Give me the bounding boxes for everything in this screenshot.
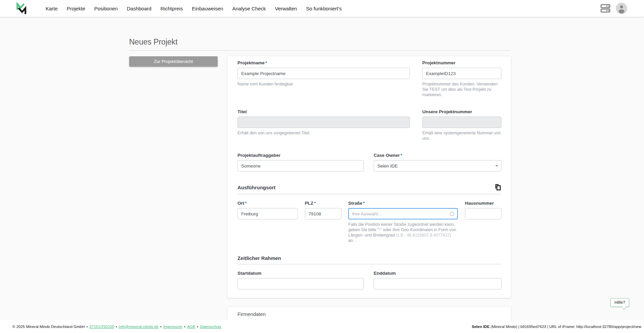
nav-item-analyse-check[interactable]: Analyse Check (232, 6, 266, 11)
required-asterisk: * (363, 201, 365, 206)
ort-label: Ort (237, 201, 244, 206)
required-asterisk: * (314, 201, 316, 206)
project-overview-button[interactable]: Zur Projektübersicht (129, 56, 218, 67)
mineral-minds-logo-icon (15, 2, 27, 15)
projektname-input[interactable] (237, 68, 410, 79)
chevron-down-icon (495, 165, 498, 167)
titel-input (237, 117, 410, 128)
section-ausfuehrungsort: Ausführungsort (237, 184, 501, 191)
startdatum-label: Startdatum (237, 271, 364, 275)
titel-helper: Erhält den von uns vorgegebenen Titel. (237, 130, 410, 136)
nav-item-einbauweisen[interactable]: Einbauweisen (192, 6, 223, 11)
unsere-projektnummer-input (422, 117, 501, 128)
enddatum-label: Enddatum (374, 271, 501, 275)
strasse-helper: Falls die Position keiner Straße zugeord… (348, 222, 458, 243)
startdatum-input[interactable] (237, 278, 364, 289)
top-nav: Karte Projekte Positionen Dashboard Rich… (0, 0, 644, 17)
footer-right: Selen IDE (Mineral Minds) | b91695ed7623… (472, 325, 641, 329)
nav-right-icons (600, 3, 644, 14)
field-case-owner: Case Owner* Selen IDE (374, 153, 501, 172)
strasse-input[interactable] (352, 211, 450, 216)
case-owner-select[interactable]: Selen IDE (374, 160, 501, 172)
footer-email-link[interactable]: info@mineral-minds.de (119, 325, 158, 329)
form-column: Projektname* Name vom Kunden festlegbar … (227, 56, 511, 320)
project-form-card: Projektname* Name vom Kunden festlegbar … (227, 56, 511, 298)
nav-item-karte[interactable]: Karte (46, 6, 58, 11)
projektauftraggeber-label: Projektauftraggeber (237, 153, 364, 157)
strasse-autocomplete (348, 208, 458, 219)
firmendaten-card: Firmendaten (227, 307, 511, 320)
footer-impressum-link[interactable]: Impressum (163, 325, 182, 329)
field-plz: PLZ* (305, 201, 341, 243)
zeitlicher-rahmen-title: Zeitlicher Rahmen (237, 255, 281, 261)
plz-input[interactable] (305, 208, 341, 219)
field-unsere-projektnummer: Unsere Projektnummer Erhält eine systemg… (422, 110, 501, 141)
nav-item-dashboard[interactable]: Dashboard (127, 6, 151, 11)
server-stack-icon[interactable] (600, 4, 610, 13)
section-zeitlicher-rahmen: Zeitlicher Rahmen (237, 255, 501, 261)
hausnummer-input[interactable] (465, 208, 501, 219)
projektname-label: Projektname (237, 60, 265, 65)
required-asterisk: * (265, 60, 267, 65)
enddatum-input[interactable] (374, 278, 501, 289)
field-titel: Titel Erhält den von uns vorgegebenen Ti… (237, 110, 410, 141)
nav-item-projekte[interactable]: Projekte (67, 6, 85, 11)
field-projektnummer: Projektnummer Projektnummer des Kunden. … (422, 61, 501, 97)
required-asterisk: * (245, 201, 247, 206)
projektnummer-helper: Projektnummer des Kunden. Verwenden Sie … (422, 81, 501, 97)
footer-agb-link[interactable]: AGB (187, 325, 195, 329)
required-asterisk: * (400, 153, 402, 158)
main-nav: Karte Projekte Positionen Dashboard Rich… (46, 6, 342, 11)
main-content: Neues Projekt Zur Projektübersicht Proje… (0, 17, 644, 320)
loading-spinner-icon (450, 212, 454, 216)
unsere-projektnummer-label: Unsere Projektnummer (422, 110, 501, 114)
hausnummer-label: Hausnummer (465, 201, 501, 205)
case-owner-value: Selen IDE (377, 163, 398, 169)
page-header: Neues Projekt (129, 17, 511, 51)
section-divider (237, 194, 501, 194)
section-divider (237, 264, 501, 264)
projektname-helper: Name vom Kunden festlegbar (237, 81, 410, 87)
user-avatar-icon[interactable] (616, 3, 627, 14)
firmendaten-title: Firmendaten (237, 311, 501, 317)
field-strasse: Straße* Falls die Position keiner Straße… (348, 201, 458, 243)
field-startdatum: Startdatum (237, 271, 364, 289)
case-owner-label: Case Owner (374, 153, 400, 158)
plz-label: PLZ (305, 201, 314, 206)
footer: © 2025 Mineral Minds Deutschland GmbH • … (0, 320, 644, 333)
footer-phone-link[interactable]: 07151/250100 (90, 325, 114, 329)
ort-input[interactable] (237, 208, 298, 219)
strasse-label: Straße (348, 201, 362, 206)
session-user: Selen IDE (472, 325, 490, 329)
nav-item-so-funktionierts[interactable]: So funktioniert's (306, 6, 341, 11)
projektauftraggeber-input[interactable] (237, 160, 364, 172)
projektnummer-input[interactable] (422, 68, 501, 79)
unsere-projektnummer-helper: Erhält eine systemgenerierte Nummer von … (422, 130, 501, 141)
nav-item-richtpreis[interactable]: Richtpreis (160, 6, 183, 11)
field-projektname: Projektname* Name vom Kunden festlegbar (237, 61, 410, 97)
left-column: Zur Projektübersicht (129, 56, 218, 67)
titel-label: Titel (237, 110, 410, 114)
field-enddatum: Enddatum (374, 271, 501, 289)
field-ort: Ort* (237, 201, 298, 243)
copy-icon[interactable] (494, 184, 501, 191)
help-button[interactable]: Hilfe? (610, 298, 629, 307)
ausfuehrungsort-title: Ausführungsort (237, 185, 275, 190)
nav-item-verwalten[interactable]: Verwalten (275, 6, 297, 11)
field-projektauftraggeber: Projektauftraggeber (237, 153, 364, 172)
footer-datenschutz-link[interactable]: Datenschutz (200, 325, 221, 329)
footer-left: © 2025 Mineral Minds Deutschland GmbH • … (12, 325, 221, 329)
app-window: Karte Projekte Positionen Dashboard Rich… (0, 0, 644, 333)
copyright-text: © 2025 Mineral Minds Deutschland GmbH (12, 325, 85, 329)
field-hausnummer: Hausnummer (465, 201, 501, 243)
session-info: (Mineral Minds) | b91695ed7623 | URL of … (490, 325, 641, 329)
brand-logo[interactable] (15, 2, 27, 15)
projektnummer-label: Projektnummer (422, 61, 501, 65)
nav-item-positionen[interactable]: Positionen (94, 6, 118, 11)
page-title: Neues Projekt (129, 38, 511, 46)
